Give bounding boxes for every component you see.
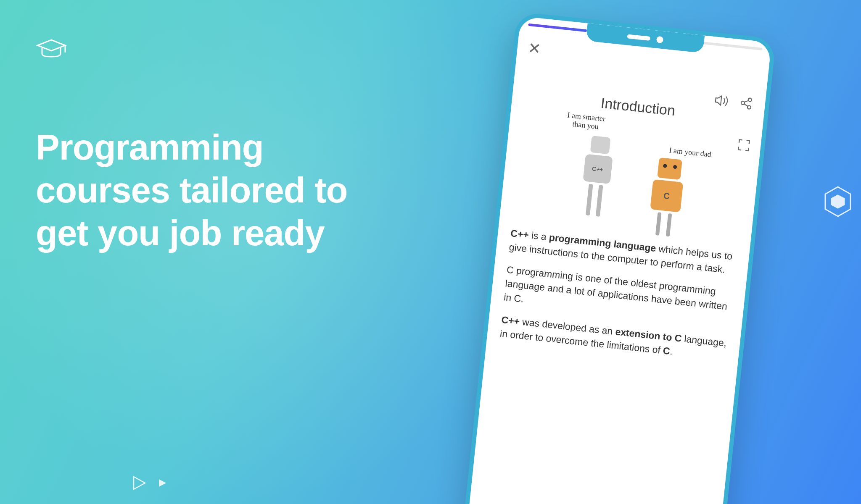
speech-bubble-1: I am smarterthan you: [566, 111, 606, 132]
lesson-illustration: I am smarterthan you I am your dad C++ C: [546, 115, 716, 236]
svg-line-8: [744, 100, 748, 102]
headline: Programming courses tailored to get you …: [36, 126, 393, 255]
svg-marker-2: [159, 479, 166, 487]
play-icons: [130, 475, 167, 491]
svg-marker-4: [832, 195, 844, 208]
robot-c: C: [638, 156, 696, 232]
hexagon-icon: [823, 185, 853, 220]
svg-line-9: [744, 104, 748, 106]
graduation-cap-icon: [36, 38, 67, 63]
speech-bubble-2: I am your dad: [669, 146, 712, 159]
svg-point-6: [748, 98, 752, 102]
phone-mockup: ✕ Introduction I am smarterthan you I am…: [462, 12, 776, 504]
robot-cpp: C++: [569, 134, 624, 222]
svg-marker-1: [134, 477, 145, 489]
speaker-icon[interactable]: [713, 94, 730, 110]
share-icon[interactable]: [739, 96, 753, 112]
expand-icon[interactable]: [737, 138, 750, 154]
